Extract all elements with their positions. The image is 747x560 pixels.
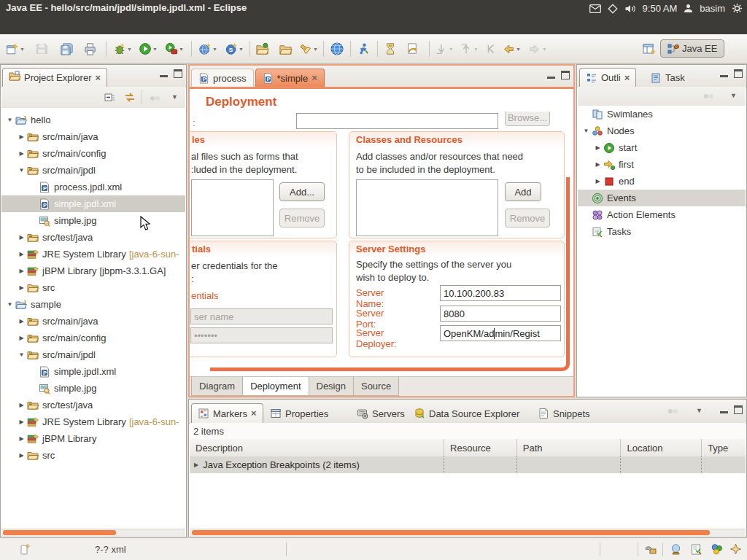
- crystal-ball-icon[interactable]: [670, 543, 682, 559]
- expand-arrow[interactable]: ▶: [592, 178, 603, 184]
- tree-item[interactable]: ▼ src/main/jpdl: [1, 162, 185, 179]
- tree-item[interactable]: ▶ src: [1, 447, 185, 464]
- view-menu-icon[interactable]: ▼: [730, 92, 737, 99]
- previous-annotation-icon[interactable]: ▼: [460, 40, 479, 58]
- sound-indicator-icon[interactable]: [624, 4, 636, 14]
- refresh-icon[interactable]: [406, 40, 425, 58]
- column-header[interactable]: Type: [702, 439, 746, 456]
- menu-item[interactable]: [120, 23, 134, 28]
- tree-item[interactable]: ▶ src/test/java: [1, 229, 185, 246]
- tree-item[interactable]: ▶ first: [578, 156, 746, 173]
- tree-item[interactable]: Tasks: [578, 223, 746, 240]
- publish-status-icon[interactable]: [645, 543, 657, 559]
- close-icon[interactable]: ×: [95, 74, 101, 82]
- menu-item[interactable]: [134, 23, 149, 28]
- expand-arrow[interactable]: ▼: [4, 301, 15, 308]
- task-checklist-icon[interactable]: [690, 543, 703, 559]
- tab-markers[interactable]: Markers ×: [191, 403, 263, 423]
- expand-arrow[interactable]: ▼: [581, 128, 592, 134]
- tab-deployment[interactable]: Deployment: [242, 377, 309, 396]
- run-external-tools-icon[interactable]: ▼: [165, 40, 184, 58]
- print-icon[interactable]: [83, 40, 102, 58]
- link-with-editor-icon[interactable]: [123, 91, 136, 106]
- maximize-icon[interactable]: [174, 69, 182, 78]
- save-all-icon[interactable]: [60, 40, 79, 58]
- expand-arrow[interactable]: ▶: [592, 161, 603, 168]
- expand-arrow[interactable]: ▼: [16, 167, 27, 174]
- hourglass-icon[interactable]: [384, 40, 403, 58]
- maximize-icon[interactable]: [734, 69, 743, 78]
- tree-item[interactable]: Events: [578, 190, 746, 206]
- close-icon[interactable]: ×: [624, 74, 630, 82]
- tab-outline[interactable]: Outli ×: [579, 68, 636, 87]
- minimize-icon[interactable]: [547, 77, 555, 79]
- expand-arrow[interactable]: ▶: [592, 144, 603, 151]
- sync-indicator-icon[interactable]: [608, 4, 618, 14]
- menu-item[interactable]: [90, 23, 105, 28]
- tab-process[interactable]: P process: [191, 69, 254, 87]
- tree-item[interactable]: ▶ src/main/java: [1, 128, 185, 145]
- mail-indicator-icon[interactable]: [589, 4, 601, 13]
- tree-item[interactable]: ▶ JRE System Library [java-6-sun-: [1, 413, 185, 430]
- menu-item[interactable]: [47, 23, 61, 28]
- tree-item[interactable]: P simple.jpdl.xml: [1, 363, 185, 380]
- tree-item[interactable]: ▶ jBPM Library: [1, 430, 185, 447]
- search-flashlight-icon[interactable]: ▼: [299, 40, 318, 58]
- close-icon[interactable]: ×: [251, 410, 257, 417]
- back-icon[interactable]: ▼: [502, 40, 521, 58]
- tree-item[interactable]: ▶ start: [578, 139, 746, 156]
- expand-arrow[interactable]: ▶: [16, 284, 27, 291]
- web-browser-icon[interactable]: [330, 40, 349, 58]
- expand-arrow[interactable]: ▶: [16, 335, 27, 341]
- tree-item[interactable]: ▼ src/main/jpdl: [1, 346, 185, 363]
- menu-item[interactable]: [32, 23, 47, 28]
- next-annotation-icon[interactable]: ▼: [435, 40, 454, 58]
- markers-hscrollbar[interactable]: [190, 529, 746, 536]
- expand-arrow[interactable]: ▶: [16, 318, 27, 324]
- minimize-icon[interactable]: [160, 75, 168, 77]
- compass-star-icon[interactable]: [729, 543, 742, 559]
- user-menu[interactable]: basim: [700, 3, 725, 14]
- tree-item[interactable]: P process.jpdl.xml: [1, 179, 185, 195]
- column-header[interactable]: Path: [517, 439, 622, 456]
- expand-arrow[interactable]: ▶: [16, 452, 27, 459]
- tab-servers[interactable]: Servers: [351, 404, 411, 423]
- jbpm-runner-icon[interactable]: [357, 40, 376, 58]
- run-icon[interactable]: ▼: [139, 40, 158, 58]
- column-header[interactable]: Description: [190, 439, 444, 456]
- tree-item[interactable]: ▶ end: [578, 173, 746, 190]
- open-perspective-icon[interactable]: [642, 40, 661, 58]
- column-header[interactable]: Location: [621, 439, 702, 456]
- tree-item[interactable]: Swimlanes: [578, 106, 746, 122]
- expand-arrow[interactable]: ▼: [16, 351, 27, 358]
- clock[interactable]: 9:50 AM: [643, 3, 678, 14]
- export-folder-icon[interactable]: [279, 40, 298, 58]
- close-icon[interactable]: ×: [311, 74, 317, 82]
- perspective-javaee-button[interactable]: Java EE: [660, 39, 724, 58]
- tree-item[interactable]: ▶ src/main/config: [1, 330, 185, 346]
- project-explorer-hscrollbar[interactable]: [1, 529, 185, 536]
- expand-arrow[interactable]: ▶: [16, 435, 27, 442]
- view-menu-icon[interactable]: ▼: [171, 93, 178, 101]
- tree-item[interactable]: P simple.jpdl.xml: [1, 195, 185, 212]
- tab-project-explorer[interactable]: Project Explorer ×: [2, 68, 107, 87]
- debug-icon[interactable]: ▼: [113, 40, 132, 58]
- expand-arrow[interactable]: ▶: [16, 419, 27, 425]
- tab-diagram[interactable]: Diagram: [191, 377, 243, 396]
- view-menu-dots-icon[interactable]: [703, 93, 716, 99]
- maximize-icon[interactable]: [561, 71, 570, 79]
- session-gear-icon[interactable]: [732, 3, 743, 14]
- tree-item[interactable]: Action Elements: [578, 206, 746, 223]
- forward-icon[interactable]: ▼: [528, 40, 547, 58]
- view-menu-icon[interactable]: ▼: [696, 407, 703, 414]
- new-web-service-icon[interactable]: ▼: [198, 40, 217, 58]
- expand-arrow[interactable]: ▶: [194, 462, 198, 468]
- archive-input[interactable]: [296, 113, 498, 129]
- tree-item[interactable]: ▶ src: [1, 279, 185, 296]
- tree-item[interactable]: ▶ src/test/java: [1, 397, 185, 413]
- last-edit-location-icon[interactable]: [484, 40, 503, 58]
- tab-source[interactable]: Source: [353, 377, 399, 396]
- expand-arrow[interactable]: ▶: [16, 133, 27, 140]
- menu-item[interactable]: [105, 23, 120, 28]
- tree-item[interactable]: ▶ jBPM Library [jbpm-3.3.1.GA]: [1, 262, 185, 279]
